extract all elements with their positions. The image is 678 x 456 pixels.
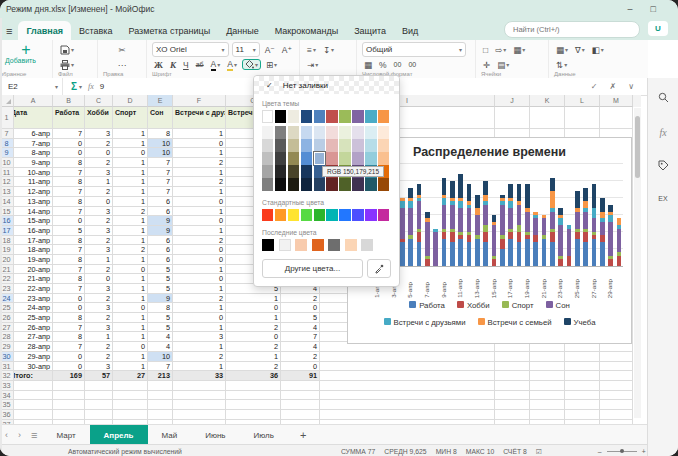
color-swatch[interactable] [262,152,273,165]
empty-cell[interactable] [85,391,113,401]
value-cell[interactable]: 1 [85,177,113,187]
color-swatch[interactable] [365,209,376,221]
color-swatch[interactable] [326,178,337,191]
format-rows-button[interactable]: ▤▾ [495,60,511,70]
empty-cell[interactable] [113,400,148,410]
empty-cell[interactable] [226,391,281,401]
empty-cell[interactable] [320,391,495,401]
font-family-select[interactable]: XO Oriel▾ [152,42,229,57]
value-cell[interactable]: 0 [85,197,113,207]
insert-cells-button[interactable]: ⇨▾ [493,45,508,55]
color-swatch[interactable] [314,209,325,221]
add-button[interactable]: Добавить [5,57,47,64]
color-swatch[interactable] [365,152,376,165]
add-sheet-button[interactable]: + [288,429,318,441]
value-cell[interactable]: 0 [113,303,148,313]
empty-cell[interactable] [113,381,148,391]
value-cell[interactable]: 7 [281,332,320,342]
empty-cell[interactable] [600,352,633,362]
font-smaller-button[interactable]: А⁻ [263,45,277,55]
date-cell[interactable]: 18-апр [14,245,53,255]
value-cell[interactable]: 0 [173,255,226,265]
date-cell[interactable]: 13-апр [14,197,53,207]
value-cell[interactable]: 8 [53,255,85,265]
value-cell[interactable]: 8 [53,274,85,284]
value-cell[interactable]: 1 [173,342,226,352]
row-number[interactable]: 36 [0,410,14,420]
number-format-select[interactable]: Общий▾ [362,42,466,57]
value-cell[interactable]: 9 [148,294,173,304]
value-cell[interactable]: 8 [148,303,173,313]
color-swatch[interactable] [275,209,286,221]
value-cell[interactable]: 0 [281,303,320,313]
value-cell[interactable]: 2 [173,158,226,168]
value-cell[interactable]: 0 [53,352,85,362]
zoom-in-button[interactable]: + [642,448,646,455]
empty-cell[interactable] [173,381,226,391]
color-swatch[interactable] [352,209,363,221]
value-cell[interactable]: 6 [148,236,173,246]
empty-cell[interactable] [565,107,600,129]
value-cell[interactable]: 1 [226,352,281,362]
color-swatch[interactable] [339,178,350,191]
value-cell[interactable]: 1 [113,197,148,207]
date-cell[interactable]: 11-апр [14,177,53,187]
empty-cell[interactable] [148,410,173,420]
color-swatch[interactable] [378,178,389,191]
value-cell[interactable]: 2 [85,187,113,197]
value-cell[interactable]: 7 [53,245,85,255]
empty-cell[interactable] [495,371,530,381]
value-cell[interactable]: 2 [173,352,226,362]
row-number[interactable]: 26 [0,313,14,323]
color-swatch[interactable] [301,110,312,123]
color-swatch[interactable] [288,110,299,123]
date-cell[interactable]: 9-апр [14,158,53,168]
value-cell[interactable]: 3 [85,362,113,372]
menu-tab-Макрокоманды[interactable]: Макрокоманды [267,21,346,40]
empty-cell[interactable] [85,381,113,391]
empty-cell[interactable] [530,400,565,410]
row-number[interactable]: 32 [0,371,14,381]
empty-cell[interactable] [600,371,633,381]
color-swatch[interactable] [352,126,363,139]
value-cell[interactable]: 2 [85,216,113,226]
value-cell[interactable]: 3 [85,226,113,236]
row-number[interactable]: 17 [0,226,14,236]
date-cell[interactable]: 29-апр [14,352,53,362]
empty-cell[interactable] [600,362,633,372]
menu-tab-Данные[interactable]: Данные [218,21,267,40]
row-number[interactable]: 35 [0,400,14,410]
date-cell[interactable]: 27-апр [14,332,53,342]
value-cell[interactable]: 5 [281,313,320,323]
value-cell[interactable]: 1 [173,265,226,275]
column-header-L[interactable]: L [565,95,600,107]
color-swatch[interactable] [262,178,273,191]
value-cell[interactable]: 0 [226,332,281,342]
value-cell[interactable]: 0 [173,245,226,255]
value-cell[interactable]: 1 [113,274,148,284]
empty-cell[interactable] [565,362,600,372]
italic-button[interactable]: К [168,60,178,70]
empty-cell[interactable] [320,381,495,391]
value-cell[interactable]: 2 [85,265,113,275]
value-cell[interactable]: 0 [53,303,85,313]
empty-cell[interactable] [495,352,530,362]
empty-cell[interactable] [565,400,600,410]
value-cell[interactable]: 8 [148,129,173,139]
value-cell[interactable]: 9 [148,226,173,236]
value-cell[interactable]: 2 [85,236,113,246]
value-cell[interactable]: 1 [173,187,226,197]
value-cell[interactable]: 0 [173,313,226,323]
empty-cell[interactable] [53,381,85,391]
next-sheet-icon[interactable]: › [13,430,26,440]
search-input[interactable] [504,21,640,38]
more-edit-button[interactable]: ⋯ [116,60,129,70]
select-all-corner[interactable] [0,95,14,107]
column-header-E[interactable]: E [148,95,173,107]
value-cell[interactable]: 1 [173,207,226,217]
color-swatch[interactable] [326,110,337,123]
value-cell[interactable]: 9 [148,216,173,226]
value-cell[interactable]: 7 [53,284,85,294]
empty-cell[interactable] [226,400,281,410]
column-header-K[interactable]: K [530,95,565,107]
